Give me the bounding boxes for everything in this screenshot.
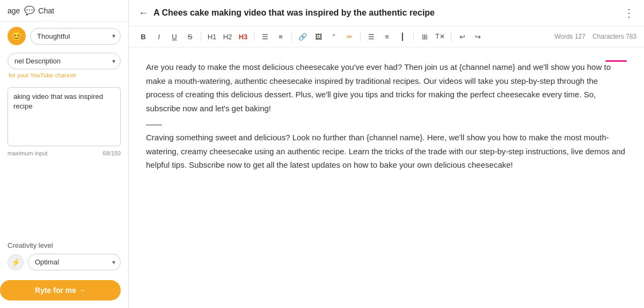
- align-center-button[interactable]: ≡: [380, 30, 394, 44]
- textarea-section: aking video that was inspired recipe max…: [0, 83, 128, 237]
- italic-button[interactable]: I: [152, 30, 166, 44]
- more-options-button[interactable]: ⋮: [624, 6, 634, 19]
- tone-icon-button[interactable]: 😊: [8, 27, 26, 45]
- toolbar-divider-1: [201, 32, 201, 41]
- header-left: ← A Chees cake making video that was ins…: [138, 8, 435, 19]
- creativity-icon-button[interactable]: ⚡: [8, 254, 24, 270]
- creativity-select[interactable]: Optimal Low Medium High Maximum: [28, 254, 121, 270]
- image-button[interactable]: 🖼: [311, 30, 325, 44]
- document-title: A Chees cake making video that was inspi…: [153, 8, 435, 18]
- highlight-icon: ✏: [347, 33, 353, 41]
- table-button[interactable]: ⊞: [418, 30, 431, 44]
- char-count-display: 68/150: [103, 150, 121, 156]
- quote-button[interactable]: ": [327, 30, 341, 44]
- tone-select-wrapper: Thoughtful Casual Formal Humorous Inspir…: [30, 28, 121, 45]
- page-label: age: [8, 6, 20, 15]
- h2-button[interactable]: H2: [221, 30, 235, 44]
- redo-icon: ↪: [475, 33, 481, 41]
- table-icon: ⊞: [422, 33, 428, 41]
- creativity-section: Creativity level ⚡ Optimal Low Medium Hi…: [0, 237, 128, 275]
- h3-button[interactable]: H3: [236, 30, 250, 44]
- main-header: ← A Chees cake making video that was ins…: [129, 0, 644, 26]
- chat-icon: 💬: [24, 5, 35, 16]
- link-icon: 🔗: [298, 33, 307, 41]
- tone-row: 😊 Thoughtful Casual Formal Humorous Insp…: [0, 22, 128, 51]
- numbered-list-button[interactable]: ≡: [274, 30, 288, 44]
- undo-button[interactable]: ↩: [455, 30, 469, 44]
- word-count-display: Words 127: [554, 33, 586, 40]
- creativity-select-wrapper: Optimal Low Medium High Maximum: [28, 254, 121, 270]
- type-select-wrapper: nel Description Channel Description Vide…: [8, 53, 121, 69]
- align-left-button[interactable]: ☰: [364, 30, 378, 44]
- creativity-label: Creativity level: [8, 241, 121, 249]
- toolbar-divider-3: [291, 32, 292, 41]
- char-count-row: maximum input 68/150: [8, 150, 121, 156]
- creativity-icon: ⚡: [11, 258, 20, 267]
- type-section: nel Description Channel Description Vide…: [0, 51, 128, 83]
- link-button[interactable]: 🔗: [296, 30, 310, 44]
- underline-button[interactable]: U: [167, 30, 181, 44]
- formatting-toolbar: B I U S H1 H2 H3 ☰ ≡ 🔗 🖼 " ✏ ☰: [129, 26, 644, 47]
- chat-nav[interactable]: 💬 Chat: [24, 5, 54, 16]
- bullet-list-icon: ☰: [262, 33, 268, 41]
- redo-button[interactable]: ↪: [471, 30, 485, 44]
- clear-formatting-button[interactable]: T✕: [433, 30, 447, 44]
- sidebar: age 💬 Chat 😊 Thoughtful Casual Formal Hu…: [0, 0, 129, 308]
- editor-divider: [146, 125, 162, 125]
- editor-paragraph-2: Craving something sweet and delicious? L…: [146, 131, 627, 172]
- ryte-btn-label: Ryte for me →: [35, 286, 86, 295]
- align-right-button[interactable]: ┃: [396, 30, 409, 44]
- sidebar-top-nav: age 💬 Chat: [0, 0, 128, 22]
- numbered-list-icon: ≡: [279, 33, 283, 41]
- toolbar-divider-4: [360, 32, 361, 41]
- toolbar-divider-5: [413, 32, 414, 41]
- max-input-label: maximum input: [8, 150, 48, 156]
- image-icon: 🖼: [315, 33, 322, 41]
- align-right-icon: ┃: [400, 33, 405, 41]
- editor-area[interactable]: Are you ready to make the most delicious…: [129, 47, 644, 308]
- content-textarea[interactable]: aking video that was inspired recipe: [8, 87, 121, 146]
- tone-select[interactable]: Thoughtful Casual Formal Humorous Inspir…: [30, 28, 121, 45]
- creativity-row: ⚡ Optimal Low Medium High Maximum: [8, 254, 121, 270]
- toolbar-divider-6: [451, 32, 451, 41]
- align-center-icon: ≡: [385, 33, 389, 41]
- back-button[interactable]: ←: [138, 8, 148, 19]
- strikethrough-button[interactable]: S: [183, 30, 197, 44]
- char-count-toolbar: Characters 783: [592, 33, 636, 40]
- toolbar-divider-2: [254, 32, 254, 41]
- type-hint: for your YouTube channel: [8, 72, 121, 78]
- clear-icon: T✕: [435, 33, 444, 40]
- undo-icon: ↩: [459, 33, 465, 41]
- highlight-button[interactable]: ✏: [342, 30, 356, 44]
- quote-icon: ": [333, 33, 335, 41]
- main-area: ← A Chees cake making video that was ins…: [129, 0, 644, 308]
- bold-button[interactable]: B: [136, 30, 150, 44]
- tone-emoji-icon: 😊: [11, 31, 22, 41]
- ryte-for-me-button[interactable]: Ryte for me →: [0, 280, 121, 300]
- editor-paragraph-1: Are you ready to make the most delicious…: [146, 60, 627, 115]
- h1-button[interactable]: H1: [205, 30, 219, 44]
- bullet-list-button[interactable]: ☰: [258, 30, 272, 44]
- align-left-icon: ☰: [368, 33, 375, 41]
- type-select[interactable]: nel Description Channel Description Vide…: [8, 53, 121, 69]
- chat-label: Chat: [38, 6, 54, 15]
